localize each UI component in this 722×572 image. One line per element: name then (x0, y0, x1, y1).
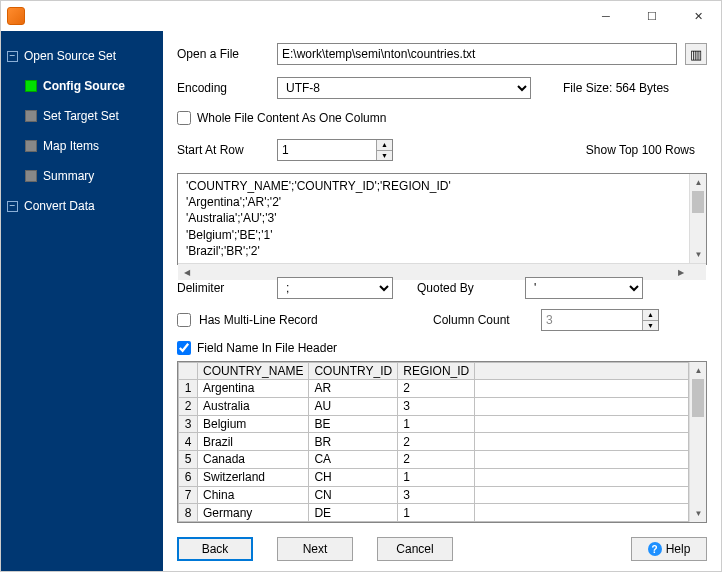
spin-down-icon[interactable]: ▼ (377, 151, 392, 161)
header-label: Field Name In File Header (197, 341, 337, 355)
cell[interactable]: AR (309, 380, 398, 398)
encoding-select[interactable]: UTF-8 (277, 77, 531, 99)
cell[interactable]: Switzerland (197, 468, 308, 486)
help-button[interactable]: ? Help (631, 537, 707, 561)
table-row[interactable]: 6SwitzerlandCH1 (179, 468, 689, 486)
cell[interactable]: DE (309, 504, 398, 522)
cell[interactable]: 1 (398, 504, 475, 522)
footer-buttons: Back Next Cancel ? Help (177, 533, 707, 561)
cell[interactable]: Germany (197, 504, 308, 522)
cell-spacer (475, 433, 689, 451)
preview-text[interactable]: 'COUNTRY_NAME';'COUNTRY_ID';'REGION_ID' … (178, 174, 689, 263)
col-header[interactable]: REGION_ID (398, 363, 475, 380)
quoted-by-select[interactable]: ' (525, 277, 643, 299)
cell[interactable]: BE (309, 415, 398, 433)
whole-file-label: Whole File Content As One Column (197, 111, 386, 125)
cell-spacer (475, 468, 689, 486)
scroll-thumb[interactable] (692, 191, 704, 213)
col-header[interactable]: COUNTRY_ID (309, 363, 398, 380)
back-button[interactable]: Back (177, 537, 253, 561)
step-active-icon (25, 80, 37, 92)
step-icon (25, 170, 37, 182)
whole-file-checkbox[interactable] (177, 111, 191, 125)
delimiter-select[interactable]: ; (277, 277, 393, 299)
rownum-cell: 3 (179, 415, 198, 433)
cell[interactable]: CA (309, 451, 398, 469)
scroll-up-icon[interactable]: ▲ (690, 174, 707, 191)
scroll-track[interactable] (690, 191, 706, 246)
cell[interactable]: Australia (197, 397, 308, 415)
cell[interactable]: CH (309, 468, 398, 486)
multiline-checkbox[interactable] (177, 313, 191, 327)
start-row-input[interactable] (278, 140, 376, 160)
close-button[interactable]: ✕ (675, 1, 721, 31)
table-row[interactable]: 2AustraliaAU3 (179, 397, 689, 415)
sidebar-item-convert-data[interactable]: − Convert Data (1, 191, 163, 221)
sidebar-item-summary[interactable]: Summary (1, 161, 163, 191)
sidebar-item-label: Summary (43, 169, 94, 183)
scroll-thumb[interactable] (692, 379, 704, 417)
cell-spacer (475, 486, 689, 504)
start-row-stepper[interactable]: ▲ ▼ (277, 139, 393, 161)
file-path-input[interactable] (277, 43, 677, 65)
show-top-label: Show Top 100 Rows (586, 143, 707, 157)
cell[interactable]: 3 (398, 486, 475, 504)
tree-collapse-icon[interactable]: − (7, 51, 18, 62)
titlebar: ─ ☐ ✕ (1, 1, 721, 31)
cell[interactable]: 2 (398, 380, 475, 398)
cell[interactable]: 2 (398, 451, 475, 469)
cell[interactable]: CN (309, 486, 398, 504)
cell-spacer (475, 397, 689, 415)
cell[interactable]: Canada (197, 451, 308, 469)
cell[interactable]: BR (309, 433, 398, 451)
col-spacer (475, 363, 689, 380)
cancel-button[interactable]: Cancel (377, 537, 453, 561)
table-row[interactable]: 4BrazilBR2 (179, 433, 689, 451)
spin-down-icon: ▼ (643, 321, 658, 331)
cell[interactable]: 3 (398, 397, 475, 415)
sidebar-item-label: Open Source Set (24, 49, 116, 63)
table-row[interactable]: 1ArgentinaAR2 (179, 380, 689, 398)
rownum-cell: 4 (179, 433, 198, 451)
next-button[interactable]: Next (277, 537, 353, 561)
maximize-button[interactable]: ☐ (629, 1, 675, 31)
cell[interactable]: Brazil (197, 433, 308, 451)
scroll-track[interactable] (690, 379, 706, 505)
table-row[interactable]: 8GermanyDE1 (179, 504, 689, 522)
sidebar-item-open-source-set[interactable]: − Open Source Set (1, 41, 163, 71)
browse-file-button[interactable]: ▥ (685, 43, 707, 65)
file-preview: 'COUNTRY_NAME';'COUNTRY_ID';'REGION_ID' … (177, 173, 707, 265)
table-row[interactable]: 5CanadaCA2 (179, 451, 689, 469)
rownum-header (179, 363, 198, 380)
spin-up-icon: ▲ (643, 310, 658, 321)
col-header[interactable]: COUNTRY_NAME (197, 363, 308, 380)
folder-icon: ▥ (690, 47, 702, 62)
scroll-down-icon[interactable]: ▼ (690, 246, 707, 263)
sidebar-item-map-items[interactable]: Map Items (1, 131, 163, 161)
cell[interactable]: Argentina (197, 380, 308, 398)
encoding-label: Encoding (177, 81, 269, 95)
open-file-label: Open a File (177, 47, 269, 61)
delimiter-label: Delimiter (177, 281, 269, 295)
spin-up-icon[interactable]: ▲ (377, 140, 392, 151)
header-checkbox[interactable] (177, 341, 191, 355)
cell[interactable]: AU (309, 397, 398, 415)
cell[interactable]: Belgium (197, 415, 308, 433)
sidebar-item-config-source[interactable]: Config Source (1, 71, 163, 101)
scroll-down-icon[interactable]: ▼ (690, 505, 707, 522)
rownum-cell: 2 (179, 397, 198, 415)
cell[interactable]: China (197, 486, 308, 504)
cell[interactable]: 1 (398, 468, 475, 486)
cell[interactable]: 1 (398, 415, 475, 433)
table-row[interactable]: 7ChinaCN3 (179, 486, 689, 504)
cell-spacer (475, 504, 689, 522)
column-count-stepper: ▲ ▼ (541, 309, 659, 331)
sidebar-item-set-target-set[interactable]: Set Target Set (1, 101, 163, 131)
start-row-label: Start At Row (177, 143, 269, 157)
scroll-up-icon[interactable]: ▲ (690, 362, 707, 379)
cell[interactable]: 2 (398, 433, 475, 451)
table-row[interactable]: 3BelgiumBE1 (179, 415, 689, 433)
sidebar-item-label: Map Items (43, 139, 99, 153)
tree-collapse-icon[interactable]: − (7, 201, 18, 212)
minimize-button[interactable]: ─ (583, 1, 629, 31)
